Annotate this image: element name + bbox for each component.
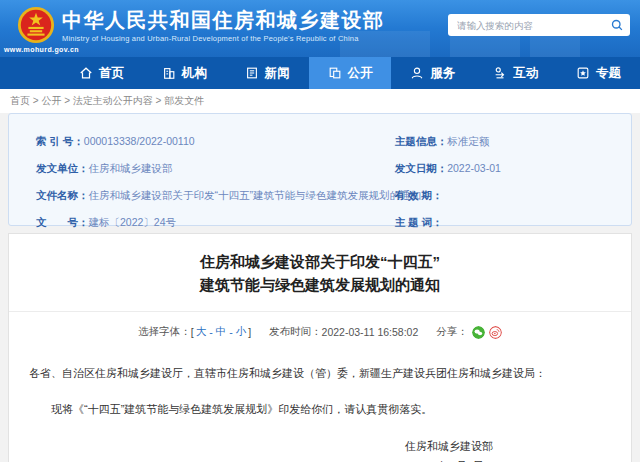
meta-row-doc-title: 文件名称：住房和城乡建设部关于印发“十四五”建筑节能与绿色建筑发展规划的通知 [36, 182, 395, 209]
building-icon [162, 66, 176, 80]
open-docs-icon [328, 66, 342, 80]
nav-item-open[interactable]: 公开 [309, 57, 392, 89]
nav-item-service[interactable]: 服务 [391, 57, 474, 89]
font-size-medium[interactable]: 中 [216, 325, 227, 339]
meta-row-doc-number: 文 号：建标〔2022〕24号 [36, 209, 395, 236]
signature-date: 2022年3月1日 [405, 456, 493, 462]
document-body: 各省、自治区住房和城乡建设厅，直辖市住房和城乡建设（管）委，新疆生产建设兵团住房… [29, 364, 611, 462]
document-card: 住房和城乡建设部关于印发“十四五” 建筑节能与绿色建筑发展规划的通知 选择字体：… [8, 233, 632, 462]
body-paragraph: 各省、自治区住房和城乡建设厅，直辖市住房和城乡建设（管）委，新疆生产建设兵团住房… [29, 364, 611, 383]
nav-item-interact[interactable]: 互动 [474, 57, 557, 89]
nav-item-topics[interactable]: 专题 [557, 57, 640, 89]
document-meta-panel: 索 引 号：000013338/2022-00110 发文单位：住房和城乡建设部… [8, 113, 632, 226]
news-icon [245, 66, 259, 80]
nav-item-home[interactable]: 首页 [60, 57, 143, 89]
share-label: 分享： [436, 325, 468, 339]
document-toolbar: 选择字体： [ 大 - 中 - 小 ] 发布时间： 2022-03-11 16:… [9, 325, 631, 339]
meta-row-issue-date: 发文日期：2022-03-01 [395, 155, 631, 182]
nav-item-news[interactable]: 新闻 [226, 57, 309, 89]
signature-org: 住房和城乡建设部 [405, 436, 493, 456]
signature-block: 住房和城乡建设部 2022年3月1日 [405, 436, 493, 462]
publish-time-label: 发布时间： [269, 325, 322, 339]
site-title: 中华人民共和国住房和城乡建设部 [62, 9, 385, 31]
topic-star-icon [576, 66, 590, 80]
body-paragraph: 现将《“十四五”建筑节能与绿色建筑发展规划》印发给你们，请认真贯彻落实。 [29, 400, 611, 419]
interact-icon [493, 66, 507, 80]
site-header: www.mohurd.gov.cn 中华人民共和国住房和城乡建设部 Minist… [0, 0, 640, 57]
meta-row-index-no: 索 引 号：000013338/2022-00110 [36, 128, 395, 155]
home-icon [79, 66, 93, 80]
meta-row-validity: 有 效 期： [395, 182, 631, 209]
share-wechat-icon[interactable] [472, 326, 485, 339]
meta-row-keywords: 主 题 词： [395, 209, 631, 236]
font-size-large[interactable]: 大 [196, 325, 207, 339]
nav-item-org[interactable]: 机构 [143, 57, 226, 89]
font-select-label: 选择字体： [138, 325, 191, 339]
site-subtitle: Ministry of Housing and Urban-Rural Deve… [62, 34, 385, 43]
document-title: 住房和城乡建设部关于印发“十四五” 建筑节能与绿色建筑发展规划的通知 [9, 234, 631, 312]
meta-row-issuer: 发文单位：住房和城乡建设部 [36, 155, 395, 182]
search-box[interactable] [448, 14, 630, 36]
publish-time: 2022-03-11 16:58:02 [322, 326, 419, 338]
search-input[interactable] [455, 19, 611, 32]
share-weibo-icon[interactable] [489, 326, 502, 339]
main-nav: 首页 机构 新闻 公开 服务 [0, 57, 640, 89]
national-emblem-icon [17, 6, 55, 44]
font-size-small[interactable]: 小 [236, 325, 247, 339]
breadcrumb[interactable]: 首页 > 公开 > 法定主动公开内容 > 部发文件 [0, 89, 640, 113]
site-url: www.mohurd.gov.cn [4, 46, 79, 53]
service-person-icon [410, 66, 424, 80]
search-icon[interactable] [611, 19, 623, 31]
meta-row-theme: 主题信息：标准定额 [395, 128, 631, 155]
